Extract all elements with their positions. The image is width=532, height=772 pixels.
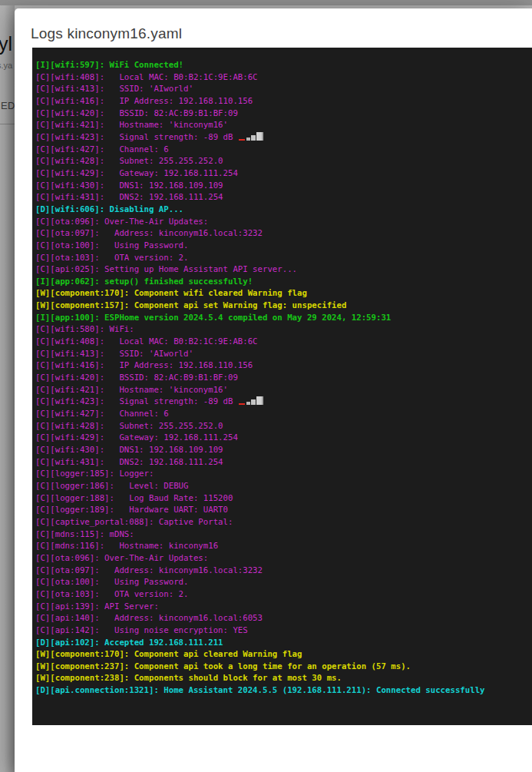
log-line: [C][logger:188]: Log Baud Rate: 115200 bbox=[35, 492, 532, 505]
log-line: [C][wifi:416]: IP Address: 192.168.110.1… bbox=[35, 95, 532, 108]
log-line: [C][captive_portal:088]: Captive Portal: bbox=[35, 516, 532, 528]
log-line: [D][api.connection:1321]: Home Assistant… bbox=[35, 684, 532, 697]
log-line: [C][ota:100]: Using Password. bbox=[35, 240, 532, 252]
log-line: [I][app:100]: ESPHome version 2024.5.4 c… bbox=[35, 312, 532, 324]
log-line: [C][wifi:408]: Local MAC: B0:B2:1C:9E:AB… bbox=[35, 336, 532, 348]
log-line: [C][wifi:428]: Subnet: 255.255.252.0 bbox=[35, 155, 532, 167]
log-line: [C][api:140]: Address: kinconym16.local:… bbox=[35, 612, 532, 625]
log-line: [C][wifi:413]: SSID: 'AIworld' bbox=[35, 83, 532, 95]
log-line: [D][wifi:606]: Disabling AP... bbox=[35, 204, 532, 216]
log-line: [I][wifi:597]: WiFi Connected! bbox=[35, 59, 532, 71]
log-line: [D][api:102]: Accepted 192.168.111.211 bbox=[35, 637, 532, 649]
log-line: [C][api:139]: API Server: bbox=[35, 601, 532, 613]
log-line: [C][ota:097]: Address: kinconym16.local:… bbox=[35, 565, 532, 577]
dialog-title: Logs kinconym16.yaml bbox=[31, 25, 182, 42]
log-line: [W][component:170]: Component api cleare… bbox=[35, 648, 532, 661]
log-line: [C][logger:189]: Hardware UART: UART0 bbox=[35, 504, 532, 516]
log-line: [W][component:238]: Components should bl… bbox=[35, 672, 532, 684]
log-line: [W][component:170]: Component wifi clear… bbox=[35, 287, 532, 300]
log-line: [C][wifi:431]: DNS2: 192.168.111.254 bbox=[35, 456, 532, 469]
log-line: [I][app:062]: setup() finished successfu… bbox=[35, 276, 532, 288]
log-line: [C][wifi:413]: SSID: 'AIworld' bbox=[35, 348, 532, 360]
log-line: [C][wifi:428]: Subnet: 255.255.252.0 bbox=[35, 420, 532, 432]
log-line: [C][wifi:420]: BSSID: 82:AC:B9:B1:BF:09 bbox=[35, 372, 532, 384]
log-line: [C][ota:097]: Address: kinconym16.local:… bbox=[35, 227, 532, 240]
log-line: [C][api:025]: Setting up Home Assistant … bbox=[35, 263, 532, 276]
log-line: [C][wifi:408]: Local MAC: B0:B2:1C:9E:AB… bbox=[35, 71, 532, 84]
log-line: [C][wifi:420]: BSSID: 82:AC:B9:B1:BF:09 bbox=[35, 108, 532, 120]
page-background: { "background": { "card_title_fragment":… bbox=[0, 0, 532, 772]
log-line: [C][api:142]: Using noise encryption: YE… bbox=[35, 625, 532, 637]
log-line: [C][ota:096]: Over-The-Air Updates: bbox=[35, 216, 532, 228]
signal-strength-icon bbox=[239, 396, 263, 405]
log-line: [C][wifi:423]: Signal strength: -89 dB bbox=[35, 396, 532, 408]
log-console[interactable]: [I][wifi:597]: WiFi Connected![C][wifi:4… bbox=[32, 48, 532, 725]
log-line: [C][mdns:116]: Hostname: kinconym16 bbox=[35, 540, 532, 552]
log-line: [W][component:157]: Component api set Wa… bbox=[35, 300, 532, 312]
log-line: [C][mdns:115]: mDNS: bbox=[35, 528, 532, 541]
log-line: [C][logger:186]: Level: DEBUG bbox=[35, 480, 532, 492]
dialog-shadow-overlay bbox=[0, 5, 15, 772]
log-line: [C][wifi:416]: IP Address: 192.168.110.1… bbox=[35, 359, 532, 372]
log-line: [C][wifi:423]: Signal strength: -89 dB bbox=[35, 131, 532, 144]
logs-dialog: Logs kinconym16.yaml [I][wifi:597]: WiFi… bbox=[15, 8, 532, 772]
log-line: [C][wifi:429]: Gateway: 192.168.111.254 bbox=[35, 167, 532, 180]
log-line: [C][ota:096]: Over-The-Air Updates: bbox=[35, 552, 532, 565]
log-line: [C][logger:185]: Logger: bbox=[35, 468, 532, 480]
log-line: [C][wifi:429]: Gateway: 192.168.111.254 bbox=[35, 432, 532, 444]
log-line: [W][component:237]: Component api took a… bbox=[35, 661, 532, 673]
log-line: [C][wifi:580]: WiFi: bbox=[35, 323, 532, 336]
dimmed-background-card: nyl s.ya ED bbox=[0, 5, 15, 772]
log-line: [C][wifi:427]: Channel: 6 bbox=[35, 144, 532, 156]
log-line: [C][wifi:431]: DNS2: 192.168.111.254 bbox=[35, 191, 532, 204]
log-line: [C][ota:103]: OTA version: 2. bbox=[35, 252, 532, 264]
log-line: [C][ota:100]: Using Password. bbox=[35, 576, 532, 588]
log-line: [C][wifi:430]: DNS1: 192.168.109.109 bbox=[35, 444, 532, 456]
log-line: [C][ota:103]: OTA version: 2. bbox=[35, 588, 532, 601]
dimmed-page-header bbox=[0, 0, 532, 5]
log-line: [C][wifi:421]: Hostname: 'kinconym16' bbox=[35, 119, 532, 131]
signal-strength-icon bbox=[239, 131, 263, 141]
log-line: [C][wifi:421]: Hostname: 'kinconym16' bbox=[35, 384, 532, 396]
log-line: [C][wifi:427]: Channel: 6 bbox=[35, 408, 532, 420]
log-line: [C][wifi:430]: DNS1: 192.168.109.109 bbox=[35, 180, 532, 192]
